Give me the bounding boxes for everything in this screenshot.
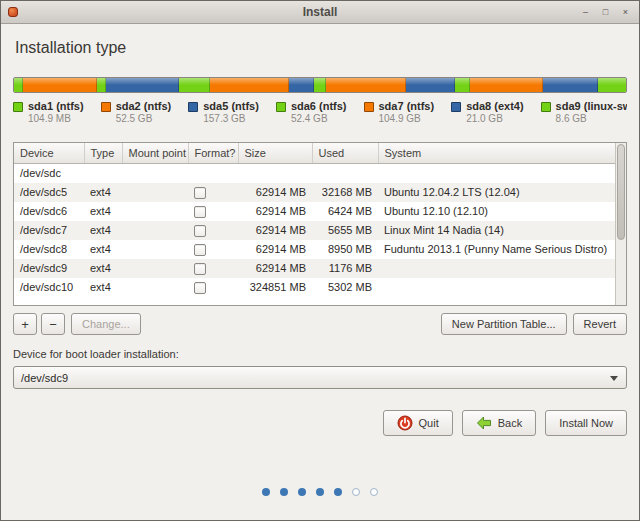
legend-swatch (276, 102, 286, 112)
format-cell (188, 259, 238, 278)
minimize-icon[interactable]: – (579, 6, 592, 19)
progress-dots (1, 488, 639, 496)
format-cell (188, 240, 238, 259)
device-cell: /dev/sdc (14, 163, 84, 183)
format-checkbox[interactable] (194, 225, 206, 237)
format-checkbox[interactable] (194, 206, 206, 218)
legend-swatch (101, 102, 111, 112)
back-button[interactable]: Back (462, 410, 536, 436)
quit-button[interactable]: Quit (383, 410, 453, 436)
legend-item: sda2 (ntfs)52.5 GB (101, 100, 172, 129)
partition-segment (14, 78, 23, 92)
format-checkbox[interactable] (194, 282, 206, 294)
progress-dot-pending (352, 488, 360, 496)
power-icon (397, 415, 413, 431)
table-row[interactable]: /dev/sdc5ext462914 MB32168 MBUbuntu 12.0… (14, 183, 615, 202)
table-scrollbar[interactable] (615, 143, 626, 305)
partition-table: DeviceTypeMount pointFormat?SizeUsedSyst… (13, 142, 627, 306)
device-cell: /dev/sdc6 (14, 202, 84, 221)
format-cell (188, 202, 238, 221)
legend-item: sda9 (linux-swap)8.6 GB (541, 100, 627, 129)
legend-partition-name: sda9 (linux-swap) (556, 100, 627, 112)
type-cell: ext4 (84, 278, 122, 297)
legend-partition-name: sda2 (ntfs) (116, 100, 172, 112)
column-header[interactable]: Device (14, 143, 84, 163)
footer-buttons: Quit Back Install Now (13, 410, 627, 436)
content-area: Installation type sda1 (ntfs)104.9 MBsda… (1, 39, 639, 436)
close-icon[interactable]: × (619, 6, 632, 19)
legend-item: sda5 (ntfs)157.3 GB (188, 100, 259, 129)
table-row[interactable]: /dev/sdc (14, 163, 615, 183)
progress-dot-complete (280, 488, 288, 496)
mount-point-cell (122, 163, 188, 183)
column-header[interactable]: Used (312, 143, 378, 163)
install-window: Install – □ × Installation type sda1 (nt… (0, 0, 640, 521)
partition-legend: sda1 (ntfs)104.9 MBsda2 (ntfs)52.5 GBsda… (13, 100, 627, 129)
legend-item: sda6 (ntfs)52.4 GB (276, 100, 347, 129)
type-cell: ext4 (84, 183, 122, 202)
remove-partition-button[interactable]: − (41, 313, 65, 335)
legend-partition-size: 52.5 GB (116, 113, 172, 124)
format-checkbox[interactable] (194, 244, 206, 256)
partition-segment (455, 78, 470, 92)
back-arrow-icon (476, 415, 492, 431)
table-row[interactable]: /dev/sdc10ext4324851 MB5302 MB (14, 278, 615, 297)
legend-swatch (188, 102, 198, 112)
column-header[interactable]: Mount point (122, 143, 188, 163)
legend-partition-name: sda8 (ext4) (466, 100, 523, 112)
device-cell: /dev/sdc10 (14, 278, 84, 297)
new-partition-table-button[interactable]: New Partition Table... (441, 313, 567, 335)
format-cell (188, 163, 238, 183)
table-row[interactable]: /dev/sdc6ext462914 MB6424 MBUbuntu 12.10… (14, 202, 615, 221)
column-header[interactable]: Format? (188, 143, 238, 163)
system-cell: Linux Mint 14 Nadia (14) (378, 221, 615, 240)
maximize-icon[interactable]: □ (599, 6, 612, 19)
partition-segment (598, 78, 626, 92)
table-row[interactable]: /dev/sdc9ext462914 MB1176 MB (14, 259, 615, 278)
legend-item: sda1 (ntfs)104.9 MB (13, 100, 84, 129)
legend-partition-size: 8.6 GB (556, 113, 627, 124)
legend-swatch (541, 102, 551, 112)
legend-partition-name: sda7 (ntfs) (379, 100, 435, 112)
table-row[interactable]: /dev/sdc8ext462914 MB8950 MBFuduntu 2013… (14, 240, 615, 259)
format-checkbox[interactable] (194, 187, 206, 199)
partition-segment (23, 78, 96, 92)
progress-dot-pending (370, 488, 378, 496)
legend-item: sda8 (ext4)21.0 GB (451, 100, 523, 129)
used-cell: 1176 MB (312, 259, 378, 278)
install-now-button[interactable]: Install Now (545, 410, 627, 436)
window-title: Install (1, 5, 639, 19)
change-partition-button[interactable]: Change... (71, 313, 141, 335)
system-cell (378, 259, 615, 278)
mount-point-cell (122, 202, 188, 221)
system-cell (378, 163, 615, 183)
column-header[interactable]: Size (238, 143, 312, 163)
window-menu-icon[interactable] (8, 7, 18, 17)
mount-point-cell (122, 259, 188, 278)
partition-segment (543, 78, 598, 92)
column-header[interactable]: Type (84, 143, 122, 163)
back-button-label: Back (498, 417, 522, 429)
size-cell: 62914 MB (238, 183, 312, 202)
partition-actions: + − Change... New Partition Table... Rev… (13, 313, 627, 335)
bootloader-device-select[interactable]: /dev/sdc9 (13, 366, 627, 389)
partition-segment (97, 78, 106, 92)
add-partition-button[interactable]: + (13, 313, 37, 335)
window-titlebar[interactable]: Install – □ × (1, 1, 639, 24)
legend-swatch (451, 102, 461, 112)
revert-button[interactable]: Revert (573, 313, 627, 335)
scrollbar-thumb[interactable] (617, 144, 625, 240)
install-now-button-label: Install Now (559, 417, 613, 429)
format-checkbox[interactable] (194, 263, 206, 275)
column-header[interactable]: System (378, 143, 615, 163)
window-controls: – □ × (579, 6, 639, 19)
system-cell: Ubuntu 12.10 (12.10) (378, 202, 615, 221)
table-row[interactable]: /dev/sdc7ext462914 MB5655 MBLinux Mint 1… (14, 221, 615, 240)
system-cell: Fuduntu 2013.1 (Punny Name Serious Distr… (378, 240, 615, 259)
bootloader-device-value: /dev/sdc9 (21, 372, 68, 384)
partition-segment (470, 78, 543, 92)
size-cell: 62914 MB (238, 240, 312, 259)
type-cell: ext4 (84, 240, 122, 259)
page-title: Installation type (15, 39, 627, 57)
format-cell (188, 278, 238, 297)
